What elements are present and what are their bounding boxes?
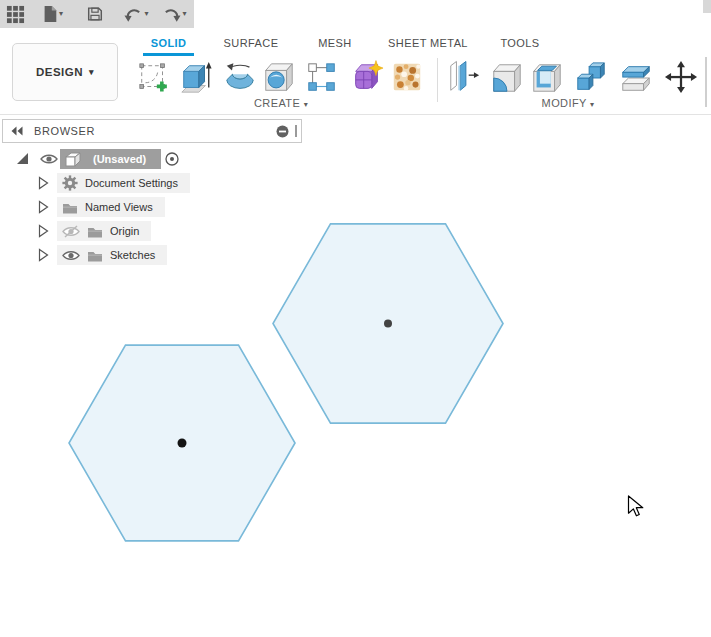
save-button[interactable] — [80, 0, 110, 28]
move-copy-button[interactable] — [663, 56, 699, 100]
undo-icon — [123, 5, 144, 24]
redo-button[interactable]: ▾ — [156, 0, 192, 28]
browser-panel-title: BROWSER — [34, 125, 276, 137]
folder-icon — [87, 225, 103, 238]
tree-row-named-views[interactable]: Named Views — [38, 197, 165, 217]
tab-sheet-metal[interactable]: SHEET METAL — [386, 33, 470, 54]
revolve-button[interactable] — [222, 56, 258, 100]
sketch-center-point[interactable] — [178, 439, 187, 448]
quick-access-toolbar: ▾ ▾ ▾ — [0, 0, 194, 28]
panel-edge-divider — [705, 57, 707, 107]
tab-solid[interactable]: SOLID — [141, 33, 196, 54]
undo-caret-icon: ▾ — [144, 10, 148, 18]
create-sketch-icon — [137, 59, 171, 97]
hole-button[interactable] — [261, 56, 297, 100]
split-body-button[interactable] — [618, 56, 654, 100]
workspace-caret-icon: ▾ — [89, 68, 94, 77]
revolve-icon — [223, 59, 257, 97]
move-icon — [664, 59, 698, 97]
tab-mesh[interactable]: MESH — [312, 33, 358, 54]
create-group-caret-icon: ▾ — [304, 100, 308, 109]
window-edge-strip — [703, 0, 711, 13]
tree-row-document-settings[interactable]: Document Settings — [38, 173, 190, 193]
fillet-button[interactable] — [489, 56, 525, 100]
redo-icon — [161, 5, 182, 24]
file-menu-caret-icon: ▾ — [59, 10, 63, 18]
file-icon — [41, 4, 59, 24]
save-icon — [86, 5, 104, 23]
tab-surface[interactable]: SURFACE — [218, 33, 284, 54]
folder-icon — [87, 249, 103, 262]
split-body-icon — [619, 59, 653, 97]
sketch-center-point[interactable] — [384, 320, 392, 328]
shell-icon — [530, 59, 564, 97]
ribbon-bottom-border — [0, 114, 711, 115]
expand-arrow-icon[interactable] — [38, 248, 49, 262]
expand-arrow-icon[interactable] — [38, 200, 49, 214]
activate-component-icon[interactable] — [164, 151, 180, 167]
modify-group-label[interactable]: MODIFY ▾ — [529, 97, 607, 109]
workspace-selector[interactable]: DESIGN ▾ — [12, 43, 118, 101]
fillet-icon — [490, 59, 524, 97]
root-expand-icon[interactable] — [15, 151, 29, 165]
folder-icon — [62, 201, 78, 214]
tree-row-sketches[interactable]: Sketches — [38, 245, 167, 265]
fusion-window: ▾ ▾ ▾ DESIGN ▾ — [0, 0, 711, 637]
shell-button[interactable] — [529, 56, 565, 100]
rectangular-pattern-icon — [305, 59, 339, 97]
create-form-icon — [350, 59, 384, 97]
volumetric-lattice-button[interactable] — [389, 56, 425, 100]
hole-icon — [262, 59, 296, 97]
combine-button[interactable] — [573, 56, 609, 100]
ribbon-group-divider — [437, 58, 438, 102]
collapse-panel-icon[interactable] — [11, 126, 24, 136]
app-grid-button[interactable] — [0, 0, 30, 28]
redo-caret-icon: ▾ — [182, 10, 186, 18]
root-document-label: (Unsaved) — [93, 153, 146, 165]
app-grid-icon — [6, 5, 25, 24]
gear-icon — [62, 175, 78, 191]
tab-tools[interactable]: TOOLS — [494, 33, 546, 54]
browser-panel-header[interactable]: BROWSER — [2, 119, 302, 143]
volumetric-lattice-icon — [390, 59, 424, 97]
create-form-button[interactable] — [349, 56, 385, 100]
root-visibility-eye-icon[interactable] — [40, 153, 58, 165]
visibility-off-eye-icon[interactable] — [62, 225, 80, 238]
workspace-label: DESIGN — [36, 66, 83, 78]
extrude-icon — [179, 59, 213, 97]
mouse-cursor — [627, 495, 647, 519]
tree-row-origin[interactable]: Origin — [38, 221, 151, 241]
extrude-button[interactable] — [178, 56, 214, 100]
press-pull-icon — [447, 59, 481, 97]
combine-icon — [574, 59, 608, 97]
visibility-on-eye-icon[interactable] — [62, 249, 80, 262]
component-cube-icon — [63, 150, 83, 168]
browser-root-component[interactable]: (Unsaved) — [60, 149, 161, 169]
undo-button[interactable]: ▾ — [118, 0, 154, 28]
file-menu-button[interactable]: ▾ — [34, 0, 70, 28]
rectangular-pattern-button[interactable] — [304, 56, 340, 100]
create-sketch-button[interactable] — [136, 56, 172, 100]
panel-grip-handle[interactable] — [295, 125, 297, 137]
press-pull-button[interactable] — [446, 56, 482, 100]
expand-arrow-icon[interactable] — [38, 176, 49, 190]
expand-arrow-icon[interactable] — [38, 224, 49, 238]
remove-panel-icon[interactable] — [276, 125, 289, 138]
create-group-label[interactable]: CREATE ▾ — [242, 97, 320, 109]
modify-group-caret-icon: ▾ — [590, 100, 594, 109]
